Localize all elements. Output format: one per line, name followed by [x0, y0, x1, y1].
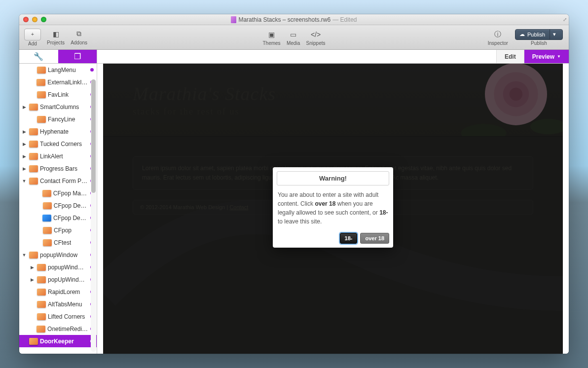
- chevron-down-icon: ▼: [557, 54, 561, 59]
- page-icon: [43, 227, 52, 234]
- under18-button[interactable]: 18-: [340, 233, 358, 244]
- warning-modal: Warning! You are about to enter a site w…: [273, 167, 393, 248]
- sidebar-item-contact-form-p-[interactable]: Contact Form P…: [19, 175, 97, 187]
- sidebar-item-label: FancyLine: [48, 116, 75, 123]
- snippets-label: Snippets: [306, 40, 326, 46]
- sidebar-tab-tools[interactable]: 🔧: [19, 50, 58, 63]
- sidebar-item-favlink[interactable]: FavLink: [19, 88, 97, 101]
- sidebar-item-progress-bars[interactable]: Progress Bars: [19, 162, 97, 175]
- page-icon: [29, 252, 38, 258]
- sidebar-item-rapidlorem[interactable]: RapidLorem: [19, 286, 97, 298]
- scrollbar[interactable]: [91, 79, 96, 352]
- disclosure-triangle[interactable]: [21, 154, 27, 159]
- page-icon: [37, 313, 46, 320]
- publish-button[interactable]: ☁ Publish ▾: [515, 29, 563, 40]
- sidebar-item-label: popupWindow: [40, 252, 77, 258]
- over18-button[interactable]: over 18: [360, 233, 389, 244]
- sidebar-item-cfpop[interactable]: CFpop: [19, 224, 97, 236]
- sidebar-item-label: Progress Bars: [40, 165, 77, 172]
- sidebar-item-label: DoorKeeper: [40, 338, 74, 345]
- sidebar-item-cfpop-dem-[interactable]: CFpop Dem…: [19, 212, 97, 224]
- tab-edit[interactable]: Edit: [496, 50, 524, 63]
- sidebar-item-linkalert[interactable]: LinkAlert: [19, 150, 97, 162]
- add-button[interactable]: + Add: [24, 29, 41, 46]
- page-tree: LangMenuExternalLinkIconFavLinkSmartColu…: [19, 64, 97, 347]
- sidebar-item-cfpop-demo[interactable]: CFpop Demo: [19, 199, 97, 212]
- sidebar-item-label: LangMenu: [48, 67, 76, 74]
- scrollbar-thumb[interactable]: [91, 79, 96, 193]
- page-icon: [43, 239, 52, 246]
- themes-button[interactable]: ▣ Themes: [262, 29, 280, 46]
- plus-icon: +: [31, 32, 34, 37]
- themes-label: Themes: [262, 40, 280, 46]
- sidebar-item-label: popupWind…: [48, 264, 84, 271]
- page-icon: [37, 116, 46, 123]
- page-icon: [37, 301, 46, 308]
- page-icon: [37, 276, 46, 283]
- fullscreen-icon[interactable]: ⤢: [563, 17, 567, 22]
- preview-label: Preview: [532, 53, 554, 60]
- sidebar-item-label: Contact Form P…: [40, 178, 87, 184]
- snippets-button[interactable]: </> Snippets: [306, 29, 326, 46]
- page-icon: [42, 215, 51, 221]
- toolbar: + Add ◧ Projects ⧉ Addons ▣ Themes ▭ Med…: [19, 25, 569, 50]
- page-icon: [29, 104, 38, 110]
- disclosure-triangle[interactable]: [21, 179, 27, 184]
- modal-body: You are about to enter a site with adult…: [277, 189, 389, 227]
- sidebar-item-popupwindow[interactable]: popupWindow: [19, 249, 97, 261]
- disclosure-triangle[interactable]: [21, 166, 27, 171]
- status-dot: [90, 68, 94, 72]
- tab-preview[interactable]: Preview ▼: [524, 50, 569, 63]
- window-title: Marathia Stacks – screenshots.rw6 — Edit…: [19, 16, 569, 23]
- sidebar-item-hyphenate[interactable]: Hyphenate: [19, 125, 97, 138]
- page-icon: [29, 178, 38, 184]
- snippets-icon: </>: [309, 29, 323, 40]
- disclosure-triangle[interactable]: [21, 105, 27, 110]
- titlebar: Marathia Stacks – screenshots.rw6 — Edit…: [19, 14, 569, 25]
- page-icon: [37, 289, 46, 295]
- sidebar-item-label: CFtest: [54, 239, 71, 246]
- page-icon: [37, 67, 46, 74]
- sidebar-item-alttabsmenu[interactable]: AltTabsMenu: [19, 298, 97, 310]
- disclosure-triangle[interactable]: [21, 142, 27, 147]
- main-area: Edit Preview ▼: [97, 50, 569, 354]
- sidebar-item-langmenu[interactable]: LangMenu: [19, 64, 97, 76]
- sidebar-item-label: Tucked Corners: [40, 141, 82, 147]
- media-button[interactable]: ▭ Media: [287, 29, 300, 46]
- disclosure-triangle[interactable]: [29, 277, 35, 282]
- sidebar-item-popupwind-[interactable]: popupWind…: [19, 261, 97, 273]
- page-icon: [29, 338, 38, 345]
- page-icon: [29, 141, 38, 147]
- sidebar-item-label: popUpWind…: [48, 276, 85, 283]
- sidebar-item-cfpop-manual[interactable]: CFpop Manual: [19, 187, 97, 199]
- projects-button[interactable]: ◧ Projects: [47, 29, 65, 46]
- sidebar-item-smartcolumns[interactable]: SmartColumns: [19, 101, 97, 113]
- modal-buttons: 18- over 18: [277, 233, 389, 244]
- edit-label: Edit: [505, 53, 516, 60]
- disclosure-triangle[interactable]: [21, 253, 27, 258]
- disclosure-triangle[interactable]: [21, 129, 27, 134]
- sidebar-tab-pages[interactable]: ❐: [58, 50, 97, 63]
- sidebar-item-lifted-corners[interactable]: Lifted Corners: [19, 310, 97, 323]
- sidebar-item-externallinkicon[interactable]: ExternalLinkIcon: [19, 76, 97, 88]
- page-icon: [37, 79, 45, 86]
- publish-label: Publish: [531, 40, 547, 46]
- sidebar-item-label: CFpop Dem…: [53, 215, 88, 221]
- disclosure-triangle[interactable]: [29, 265, 35, 270]
- sidebar-item-fancyline[interactable]: FancyLine: [19, 113, 97, 125]
- sidebar-item-cftest[interactable]: CFtest: [19, 236, 97, 249]
- sidebar-item-label: Hyphenate: [40, 128, 69, 135]
- addons-icon: ⧉: [72, 29, 86, 39]
- addons-button[interactable]: ⧉ Addons: [71, 29, 87, 46]
- edited-indicator: — Edited: [332, 16, 357, 23]
- page-icon: [29, 165, 38, 172]
- projects-label: Projects: [47, 40, 65, 45]
- sidebar-item-tucked-corners[interactable]: Tucked Corners: [19, 138, 97, 150]
- page-icon: [29, 128, 38, 135]
- publish-dropdown[interactable]: ▾: [550, 29, 558, 40]
- sidebar-item-doorkeeper[interactable]: DoorKeeper: [19, 335, 97, 347]
- sidebar-item-onetimeredirect[interactable]: OnetimeRedirect: [19, 323, 97, 335]
- page-preview: Marathia's Stacks stacks for the rest of…: [103, 64, 563, 354]
- sidebar-item-popupwind-[interactable]: popUpWind…: [19, 273, 97, 286]
- inspector-button[interactable]: ⓘ Inspector: [488, 29, 508, 46]
